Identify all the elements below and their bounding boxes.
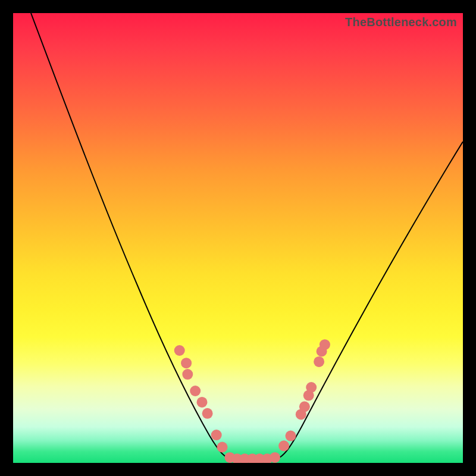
curve-marker — [320, 339, 330, 350]
curve-marker — [190, 386, 201, 396]
curve-marker — [286, 431, 296, 441]
curve-marker — [299, 402, 310, 412]
curve-marker — [181, 358, 192, 368]
curve-marker — [197, 397, 208, 408]
curve-marker — [174, 345, 185, 356]
curve-marker — [211, 430, 222, 440]
curve-marker — [217, 442, 228, 453]
bottleneck-curve — [31, 13, 463, 459]
curve-marker — [182, 369, 193, 380]
curve-marker — [278, 440, 289, 451]
chart-plot-area: TheBottleneck.com — [13, 13, 463, 463]
curve-markers — [174, 339, 330, 463]
curve-marker — [306, 382, 317, 393]
curve-marker — [202, 408, 213, 419]
curve-marker — [314, 356, 324, 367]
curve-marker — [270, 452, 280, 463]
chart-overlay — [13, 13, 463, 463]
